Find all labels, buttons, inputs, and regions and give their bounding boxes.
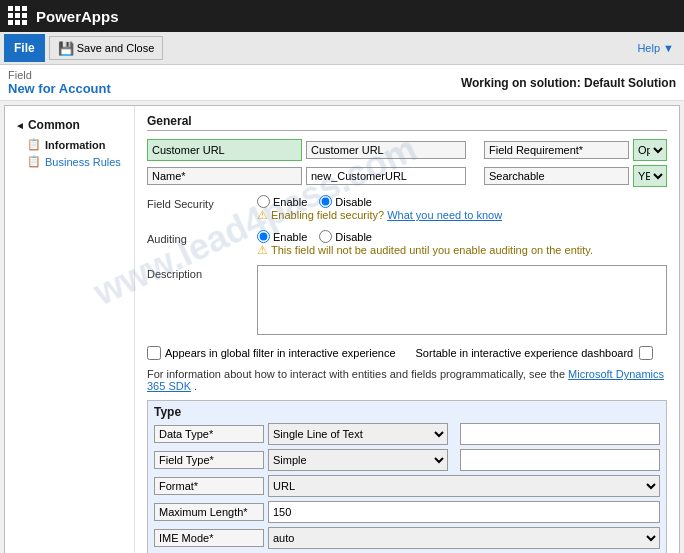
format-select[interactable]: URL: [268, 475, 660, 497]
top-bar: PowerApps: [0, 0, 684, 32]
breadcrumb-sub: New for Account: [8, 81, 111, 96]
field-security-row: Field Security Enable Disable ⚠ Enabling…: [147, 195, 667, 222]
field-type-extra-input[interactable]: [460, 449, 660, 471]
auditing-enable-radio[interactable]: [257, 230, 270, 243]
breadcrumb-top: Field: [8, 69, 111, 81]
type-section: Type Data Type* Single Line of Text Fiel…: [147, 400, 667, 553]
field-security-label: Field Security: [147, 195, 257, 222]
sortable-label: Sortable in interactive experience dashb…: [416, 347, 634, 359]
display-name-input[interactable]: [147, 139, 302, 161]
display-name-header: Customer URL: [306, 141, 466, 159]
sidebar-item-business-rules-label: Business Rules: [45, 156, 121, 168]
sidebar-arrow: ◄: [15, 120, 25, 131]
form-area: General Customer URL Field Requirement* …: [135, 106, 679, 553]
auditing-label: Auditing: [147, 230, 257, 257]
breadcrumb-area: Field New for Account: [8, 69, 111, 96]
description-row: Description: [147, 265, 667, 338]
field-type-select[interactable]: Simple: [268, 449, 448, 471]
sidebar-item-information-label: Information: [45, 139, 106, 151]
solution-label: Working on solution: Default Solution: [461, 76, 676, 90]
field-security-content: Enable Disable ⚠ Enabling field security…: [257, 195, 667, 222]
sidebar: ◄ Common 📋 Information 📋 Business Rules: [5, 106, 135, 553]
waffle-icon[interactable]: [8, 6, 28, 26]
sidebar-common-label: Common: [28, 118, 80, 132]
field-security-disable-label[interactable]: Disable: [319, 195, 372, 208]
description-content: [257, 265, 667, 338]
auditing-warning: ⚠ This field will not be audited until y…: [257, 243, 667, 257]
help-button[interactable]: Help ▼: [631, 40, 680, 56]
general-section-title: General: [147, 114, 667, 131]
sub-header: Field New for Account Working on solutio…: [0, 65, 684, 101]
field-security-radios: Enable Disable: [257, 195, 667, 208]
info-icon: 📋: [27, 138, 41, 151]
auditing-content: Enable Disable ⚠ This field will not be …: [257, 230, 667, 257]
field-security-enable-radio[interactable]: [257, 195, 270, 208]
sortable-checkbox[interactable]: [639, 346, 653, 360]
ribbon: File 💾 Save and Close Help ▼: [0, 32, 684, 65]
field-security-disable-radio[interactable]: [319, 195, 332, 208]
global-filter-checkbox[interactable]: [147, 346, 161, 360]
auditing-warning-icon: ⚠: [257, 243, 268, 257]
global-filter-left: Appears in global filter in interactive …: [147, 346, 396, 360]
warning-icon: ⚠: [257, 208, 268, 222]
field-security-warning: ⚠ Enabling field security? What you need…: [257, 208, 667, 222]
data-type-label: Data Type*: [154, 425, 264, 443]
max-length-input[interactable]: [268, 501, 660, 523]
field-type-label: Field Type*: [154, 451, 264, 469]
data-type-select[interactable]: Single Line of Text: [268, 423, 448, 445]
auditing-radios: Enable Disable: [257, 230, 667, 243]
field-requirement-select[interactable]: Optional: [633, 139, 667, 161]
sortable-right: Sortable in interactive experience dashb…: [416, 346, 654, 360]
data-type-extra-input[interactable]: [460, 423, 660, 445]
info-link-row: For information about how to interact wi…: [147, 368, 667, 392]
max-length-label: Maximum Length*: [154, 503, 264, 521]
auditing-disable-label[interactable]: Disable: [319, 230, 372, 243]
field-security-link[interactable]: What you need to know: [387, 209, 502, 221]
ime-mode-select[interactable]: auto: [268, 527, 660, 549]
sidebar-item-business-rules[interactable]: 📋 Business Rules: [9, 153, 130, 170]
save-icon: 💾: [58, 41, 74, 56]
searchable-header: Searchable: [484, 167, 629, 185]
auditing-row: Auditing Enable Disable ⚠ This field wil…: [147, 230, 667, 257]
global-filter-row: Appears in global filter in interactive …: [147, 346, 667, 360]
file-button[interactable]: File: [4, 34, 45, 62]
auditing-disable-radio[interactable]: [319, 230, 332, 243]
description-label: Description: [147, 265, 257, 338]
save-close-button[interactable]: 💾 Save and Close: [49, 36, 164, 60]
description-textarea[interactable]: [257, 265, 667, 335]
ime-mode-label: IME Mode*: [154, 529, 264, 547]
format-label: Format*: [154, 477, 264, 495]
main-content: ◄ Common 📋 Information 📋 Business Rules …: [4, 105, 680, 553]
name-value: new_CustomerURL: [306, 167, 466, 185]
type-section-title: Type: [154, 405, 660, 419]
global-filter-label: Appears in global filter in interactive …: [165, 347, 396, 359]
rules-icon: 📋: [27, 155, 41, 168]
auditing-enable-label[interactable]: Enable: [257, 230, 307, 243]
app-title: PowerApps: [36, 8, 119, 25]
searchable-select[interactable]: YES: [633, 165, 667, 187]
name-header: Name*: [147, 167, 302, 185]
field-requirement-header: Field Requirement*: [484, 141, 629, 159]
sidebar-item-information[interactable]: 📋 Information: [9, 136, 130, 153]
field-security-enable-label[interactable]: Enable: [257, 195, 307, 208]
sidebar-common-section[interactable]: ◄ Common: [9, 114, 130, 136]
